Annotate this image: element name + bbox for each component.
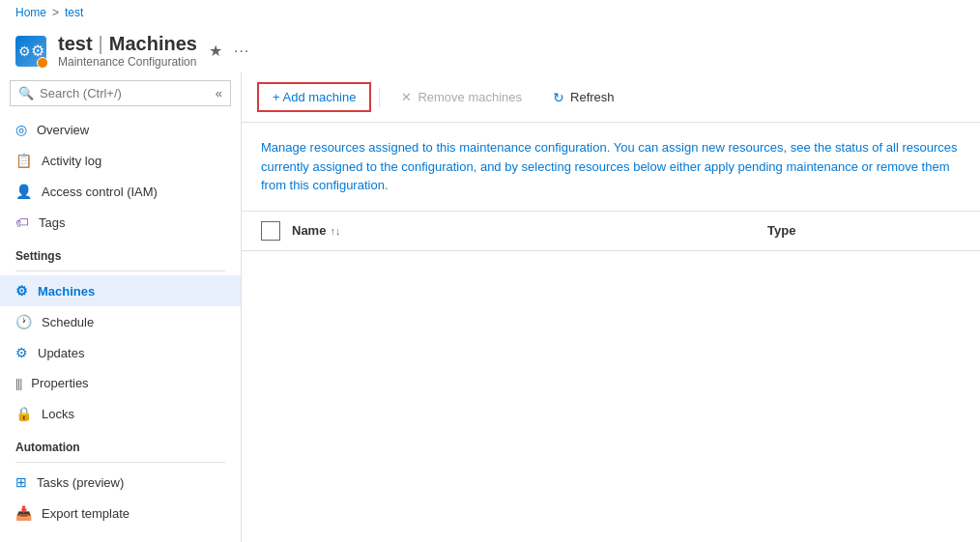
col-name-label: Name — [292, 223, 326, 238]
settings-divider — [15, 271, 225, 271]
add-machine-button[interactable]: + Add machine — [257, 82, 371, 112]
properties-icon: ||| — [15, 377, 21, 390]
header-subtitle: Maintenance Configuration — [58, 55, 197, 69]
nav-updates-label: Updates — [38, 346, 84, 360]
nav-tags[interactable]: 🏷 Tags — [0, 207, 241, 238]
export-icon: 📥 — [15, 505, 32, 521]
more-options-icon[interactable]: ··· — [234, 43, 249, 60]
resource-icon: ⚙ — [15, 36, 46, 67]
sort-icon[interactable]: ↑↓ — [330, 225, 340, 237]
select-all-checkbox[interactable] — [261, 221, 280, 241]
refresh-icon: ↻ — [553, 90, 564, 105]
breadcrumb-separator: > — [52, 6, 59, 19]
tasks-icon: ⊞ — [15, 474, 27, 490]
nav-schedule[interactable]: 🕐 Schedule — [0, 306, 241, 337]
breadcrumb: Home > test — [0, 0, 980, 25]
nav-properties[interactable]: ||| Properties — [0, 368, 241, 398]
nav-export-label: Export template — [42, 506, 130, 521]
remove-machines-button[interactable]: ✕ Remove machines — [388, 84, 535, 110]
nav-overview[interactable]: ◎ Overview — [0, 114, 241, 145]
col-type-header: Type — [767, 223, 961, 238]
remove-icon: ✕ — [401, 90, 412, 104]
collapse-icon[interactable]: « — [216, 86, 222, 100]
nav-tasks-label: Tasks (preview) — [37, 475, 124, 490]
nav-locks[interactable]: 🔒 Locks — [0, 398, 241, 429]
header-title-group: test | Machines Maintenance Configuratio… — [58, 33, 197, 69]
search-input[interactable] — [40, 86, 210, 100]
refresh-label: Refresh — [570, 90, 615, 104]
table-body — [242, 251, 980, 290]
nav-machines-label: Machines — [38, 284, 95, 299]
main-layout: 🔍 « ◎ Overview 📋 Activity log 👤 Access c… — [0, 72, 980, 542]
search-icon: 🔍 — [18, 86, 34, 100]
nav-activity-log[interactable]: 📋 Activity log — [0, 145, 241, 176]
nav-schedule-label: Schedule — [42, 315, 94, 329]
automation-divider — [15, 462, 225, 463]
schedule-icon: 🕐 — [15, 314, 32, 329]
search-box[interactable]: 🔍 « — [10, 80, 231, 106]
nav-access-control-label: Access control (IAM) — [42, 185, 158, 199]
main-content: + Add machine ✕ Remove machines ↻ Refres… — [242, 72, 980, 542]
favorite-icon[interactable]: ★ — [209, 42, 222, 60]
sidebar: 🔍 « ◎ Overview 📋 Activity log 👤 Access c… — [0, 72, 242, 542]
nav-properties-label: Properties — [31, 376, 88, 390]
col-name-header: Name ↑↓ — [292, 223, 767, 238]
updates-icon: ⚙ — [15, 345, 28, 360]
locks-icon: 🔒 — [15, 406, 32, 421]
refresh-button[interactable]: ↻ Refresh — [539, 84, 628, 111]
nav-updates[interactable]: ⚙ Updates — [0, 337, 241, 368]
table-area: Name ↑↓ Type — [242, 212, 980, 543]
resource-name: test — [58, 33, 93, 55]
page-header: ⚙ test | Machines Maintenance Configurat… — [0, 25, 980, 72]
overview-icon: ◎ — [15, 122, 27, 137]
resource-icon-badge — [37, 57, 48, 69]
nav-machines[interactable]: ⚙ Machines — [0, 275, 241, 306]
nav-activity-log-label: Activity log — [42, 154, 101, 168]
nav-tasks[interactable]: ⊞ Tasks (preview) — [0, 467, 241, 498]
nav-tags-label: Tags — [39, 215, 65, 230]
breadcrumb-current[interactable]: test — [65, 6, 83, 19]
settings-section-label: Settings — [0, 238, 241, 267]
remove-machines-label: Remove machines — [418, 90, 522, 104]
header-separator: | — [99, 33, 103, 55]
automation-section-label: Automation — [0, 429, 241, 458]
info-text: Manage resources assigned to this mainte… — [242, 123, 980, 212]
nav-export[interactable]: 📥 Export template — [0, 498, 241, 528]
toolbar-divider-1 — [379, 88, 380, 107]
breadcrumb-home[interactable]: Home — [15, 6, 46, 19]
machines-icon: ⚙ — [15, 283, 28, 299]
table-header: Name ↑↓ Type — [242, 212, 980, 251]
tags-icon: 🏷 — [15, 214, 29, 230]
nav-locks-label: Locks — [42, 407, 74, 421]
nav-overview-label: Overview — [37, 123, 89, 137]
access-control-icon: 👤 — [15, 184, 32, 199]
nav-access-control[interactable]: 👤 Access control (IAM) — [0, 176, 241, 207]
page-title: Machines — [109, 33, 197, 55]
toolbar: + Add machine ✕ Remove machines ↻ Refres… — [242, 72, 980, 123]
activity-log-icon: 📋 — [15, 153, 32, 168]
